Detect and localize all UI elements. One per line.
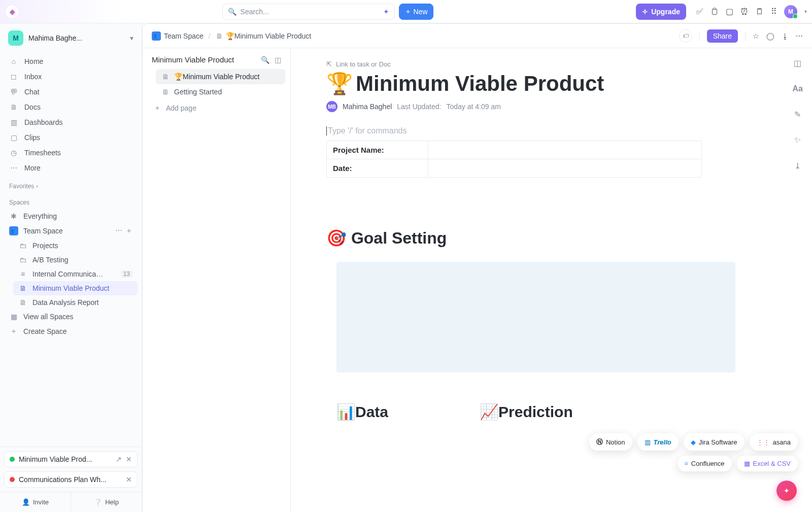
new-button[interactable]: ＋ New (399, 4, 433, 20)
network-icon: ✱ (9, 212, 18, 220)
sidebar: M Mahima Baghe... ▾ ⌂Home ◻Inbox 💬︎Chat … (0, 23, 142, 512)
ellipsis-icon[interactable]: ⋯ (115, 226, 122, 235)
grid-apps-icon[interactable]: ⠿ (771, 7, 777, 16)
add-page-button[interactable]: ＋Add page (148, 99, 285, 117)
doc-title[interactable]: 🏆Minimum Viable Product (326, 71, 766, 96)
space-child-abtesting[interactable]: 🗀A/B Testing (13, 253, 138, 267)
chip-label: asana (773, 438, 791, 446)
global-search[interactable]: 🔍 Search... ✦ (222, 4, 395, 20)
heading-prediction[interactable]: 📈Prediction (480, 403, 573, 421)
search-icon[interactable]: 🔍 (261, 56, 269, 64)
invite-button[interactable]: 👤Invite (0, 492, 71, 512)
nav-chat[interactable]: 💬︎Chat (4, 84, 138, 99)
invite-label: Invite (33, 498, 49, 506)
ellipsis-icon[interactable]: ⋯ (796, 32, 803, 40)
folder-icon: 🗀 (18, 256, 27, 264)
project-info-table[interactable]: Project Name: Date: (326, 141, 702, 178)
chip-notion[interactable]: ⓃNotion (589, 433, 632, 451)
nav-home[interactable]: ⌂Home (4, 54, 138, 69)
chip-asana[interactable]: ⋮⋮asana (750, 433, 798, 451)
nav-timesheets[interactable]: ◷Timesheets (4, 145, 138, 160)
author-avatar: MB (326, 101, 337, 112)
star-icon[interactable]: ☆ (753, 32, 759, 40)
typography-button[interactable]: Aa (793, 84, 803, 93)
plus-icon[interactable]: ＋ (125, 226, 132, 235)
heading-data[interactable]: 📊Data (336, 403, 388, 421)
download-icon[interactable]: ⭳ (782, 32, 789, 40)
nav-dashboards[interactable]: ▥Dashboards (4, 115, 138, 130)
share-button[interactable]: Share (707, 29, 738, 43)
nav-label: Clips (24, 133, 40, 142)
sparkle-icon: ✧ (642, 8, 648, 16)
nav-inbox[interactable]: ◻Inbox (4, 69, 138, 84)
create-space[interactable]: ＋Create Space (4, 324, 138, 339)
upgrade-button[interactable]: ✧ Upgrade (636, 4, 686, 20)
slash-command-placeholder[interactable]: Type '/' for commands (326, 126, 766, 135)
jira-icon: ◆ (691, 438, 696, 446)
table-cell-value[interactable] (428, 159, 701, 177)
help-button[interactable]: ❔Help (71, 492, 142, 512)
chevron-down-icon[interactable]: ▾ (804, 9, 807, 14)
plus-icon: ＋ (154, 104, 161, 113)
chip-excel-csv[interactable]: ▦Excel & CSV (737, 456, 798, 471)
breadcrumb-doc[interactable]: 🗎🏆Minimum Viable Product (216, 32, 311, 40)
topbar: ◆ 🔍 Search... ✦ ＋ New ✧ Upgrade ✅︎ 📋︎ ▢ … (0, 0, 812, 23)
close-icon[interactable]: ✕ (126, 455, 132, 463)
outline-item-label: Getting Started (174, 88, 222, 96)
space-everything[interactable]: ✱Everything (4, 209, 138, 223)
doc-emoji: 🏆 (326, 71, 353, 96)
user-avatar[interactable]: M (784, 5, 797, 18)
panel-icon[interactable]: ◫ (794, 58, 801, 68)
nav-more[interactable]: ⋯More (4, 160, 138, 176)
nav-label: Home (24, 57, 43, 65)
favorites-header[interactable]: Favorites› (0, 177, 142, 193)
open-doc-mvp[interactable]: Minimum Viable Prod... ↗ ✕ (4, 451, 138, 467)
export-icon[interactable]: ⤓ (794, 161, 801, 170)
space-label: Create Space (23, 327, 67, 335)
breadcrumb-space[interactable]: 👥Team Space (152, 31, 204, 41)
workspace-switcher[interactable]: M Mahima Baghe... ▾ (0, 23, 142, 53)
table-cell-value[interactable] (428, 141, 701, 159)
nav-docs[interactable]: 🗎Docs (4, 99, 138, 115)
chip-confluence[interactable]: ≈Confluence (678, 456, 732, 471)
open-doc-comms[interactable]: Communications Plan Wh... ✕ (4, 471, 138, 488)
video-icon[interactable]: ▢ (726, 7, 733, 16)
space-child-internal-comm[interactable]: ≡Internal Communicati...13 (13, 267, 138, 281)
close-icon[interactable]: ✕ (126, 475, 132, 484)
breadcrumb-label: 🏆Minimum Viable Product (226, 32, 311, 40)
sparkle-icon: ✦ (784, 487, 790, 495)
outline-item-getting-started[interactable]: 🗎Getting Started (156, 84, 285, 99)
heading-goal-setting[interactable]: 🎯 Goal Setting (326, 228, 766, 248)
link-to-task[interactable]: ⇱Link to task or Doc (326, 60, 766, 68)
breadcrumb-separator: / (209, 32, 211, 40)
app-logo[interactable]: ◆ (5, 5, 19, 19)
nav-label: Docs (24, 103, 41, 111)
avatar-initial: M (788, 8, 793, 15)
ai-fab[interactable]: ✦ (776, 481, 797, 501)
notepad-icon[interactable]: 🗒︎ (756, 7, 764, 16)
chip-label: Trello (654, 438, 671, 446)
comment-icon[interactable]: ◯ (766, 32, 774, 40)
clipboard-icon[interactable]: 📋︎ (710, 7, 719, 16)
magic-icon[interactable]: ✨︎ (794, 135, 801, 145)
space-label: A/B Testing (32, 256, 69, 264)
person-plus-icon: 👤 (22, 498, 30, 506)
alarm-icon[interactable]: ⏰︎ (740, 7, 749, 16)
wand-icon[interactable]: ✎ (794, 110, 801, 119)
tag-button[interactable]: 🏷︎ (679, 29, 692, 43)
open-external-icon[interactable]: ↗ (116, 455, 122, 463)
sidebar-toggle-icon[interactable]: ◫ (275, 56, 281, 64)
check-circle-icon[interactable]: ✅︎ (696, 7, 703, 16)
outline-item-mvp[interactable]: 🗎🏆Minimum Viable Product (156, 69, 285, 84)
chip-label: Jira Software (699, 438, 737, 446)
space-child-data-analysis[interactable]: 🗎Data Analysis Report (13, 295, 138, 310)
goal-banner[interactable] (336, 262, 735, 372)
ai-icon[interactable]: ✦ (383, 8, 389, 16)
space-child-mvp[interactable]: 🗎Minimum Viable Product (13, 281, 138, 295)
chip-trello[interactable]: ▥Trello (637, 433, 679, 451)
chip-jira[interactable]: ◆Jira Software (684, 433, 745, 451)
view-all-spaces[interactable]: ▦View all Spaces (4, 310, 138, 324)
space-team[interactable]: 👥 Team Space ⋯＋ (4, 223, 138, 238)
space-child-projects[interactable]: 🗀Projects (13, 238, 138, 253)
nav-clips[interactable]: ▢Clips (4, 130, 138, 145)
